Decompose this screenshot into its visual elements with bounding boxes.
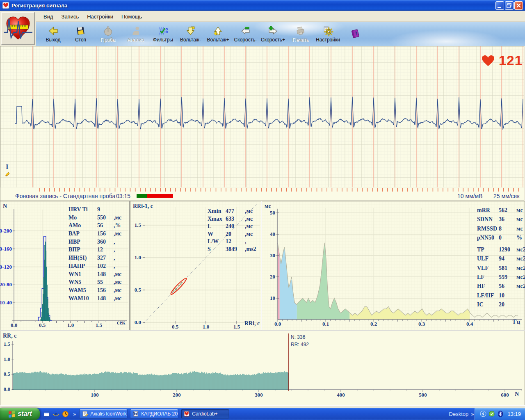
spectrum-stat-unit: мс2 <box>516 247 525 256</box>
spectrum-stat-value: 10 <box>499 292 516 301</box>
spectrum-stat-label: RMSSD <box>477 226 499 235</box>
bluetooth-icon[interactable] <box>497 411 504 417</box>
quick-launch-overflow-chevron[interactable]: » <box>72 411 77 417</box>
spectrum-stat-unit: мс2 <box>516 283 525 292</box>
cursor-rr-value: RR: 492 <box>291 342 309 347</box>
toolbar-button-settings[interactable]: Настройки <box>314 23 342 45</box>
hrv-stat-value: 55 <box>97 279 114 287</box>
svg-text:0.3: 0.3 <box>418 321 425 327</box>
system-tray: 13:19 <box>475 408 525 420</box>
toolbar-button-voltage-minus[interactable]: Вольтаж- <box>177 23 204 45</box>
toolbar-button-print[interactable]: Печать <box>287 23 314 45</box>
menu-item-Вид[interactable]: Вид <box>39 13 57 21</box>
spectrum-stat-row-LF/HF: LF/HF10 <box>477 292 525 301</box>
title-bar[interactable]: Регистрация сигнала <box>0 0 525 11</box>
cursor-beat-number: N: 336 <box>291 334 305 340</box>
toolbar-button-filters[interactable]: Фильтры <box>149 23 177 45</box>
app-window-icon[interactable] <box>43 411 50 418</box>
svg-text:e: e <box>55 411 57 417</box>
spectrum-stat-label: mRR <box>477 207 499 216</box>
svg-text:1.5: 1.5 <box>4 341 11 347</box>
menu-item-Запись[interactable]: Запись <box>57 13 83 21</box>
heart-app-icon <box>183 411 190 417</box>
hrv-stat-label: ИВР <box>68 239 97 247</box>
record-progress-bar <box>137 194 173 198</box>
toolbar-button-speed-plus[interactable]: Скорость+ <box>259 23 287 45</box>
lead-marker-icon[interactable] <box>5 171 11 177</box>
window-title: Регистрация сигнала <box>11 2 495 9</box>
rr-tachogram-panel: 1.51.00.50.0100200300400500600 RR, с N N… <box>0 331 525 405</box>
spectrum-stat-unit: % <box>516 235 522 244</box>
arrow-left-minus-icon <box>240 25 251 37</box>
hrv-stat-unit: ,мс <box>114 215 121 223</box>
menu-item-Настройки[interactable]: Настройки <box>83 13 117 21</box>
app-logo <box>1 12 35 45</box>
hrv-stat-row-WN5: WN555,мс <box>68 279 121 287</box>
hrv-stat-unit: ,мс <box>114 279 121 287</box>
hrv-stat-value: 550 <box>97 215 114 223</box>
histogram-x-unit: сек <box>117 320 126 326</box>
spectrum-stat-unit: мс <box>516 207 523 216</box>
toolbar-button-voltage-plus[interactable]: Вольтаж+ <box>204 23 232 45</box>
start-button[interactable]: start <box>0 408 40 420</box>
svg-text:0.0: 0.0 <box>4 386 10 392</box>
hrv-stat-unit: ,мс <box>114 295 121 304</box>
menu-item-Помощь[interactable]: Помощь <box>117 13 146 21</box>
desktop-toolbar-chevron[interactable]: » <box>470 411 475 417</box>
spectrum-stat-value: 94 <box>499 256 516 265</box>
restore-button[interactable] <box>505 1 514 10</box>
notepad-pencil-icon <box>82 411 88 417</box>
task-button-1[interactable]: Axialis IconWorkshop... <box>79 409 128 419</box>
task-button-3[interactable]: CardioLab+ <box>181 409 229 419</box>
ie-icon[interactable]: e <box>52 411 59 418</box>
toolbar-button-help[interactable]: ? <box>342 23 369 45</box>
scatter-stat-value: 477 <box>226 208 245 216</box>
scatter-stat-label: L/W <box>208 238 226 246</box>
toolbar-button-exit[interactable]: Выход <box>39 23 67 45</box>
spectrum-stat-value: 1290 <box>499 247 516 256</box>
hrv-stat-label: WN5 <box>68 279 97 287</box>
rr-xlabel: N <box>515 391 519 397</box>
svg-text:10: 10 <box>270 295 275 301</box>
help-book-icon: ? <box>350 28 361 39</box>
spectrum-stat-row-IC: IC20 <box>477 301 525 310</box>
toolbar-button-speed-minus[interactable]: Скорость- <box>232 23 259 45</box>
clock-app-icon[interactable] <box>62 411 69 418</box>
spectrum-stat-row-mRR: mRR562мс <box>477 207 525 216</box>
hrv-stat-label: ВПР <box>68 247 97 255</box>
svg-text:300: 300 <box>255 392 263 398</box>
hrv-stat-row-AMo: AMo56,% <box>68 222 121 231</box>
hrv-stat-unit: ,мс <box>114 287 121 295</box>
spectrum-stat-row-TP: TP1290мс2 <box>477 247 525 256</box>
tray-collapse-icon[interactable] <box>480 411 486 417</box>
svg-text:0.5: 0.5 <box>39 322 46 328</box>
rr-tachogram-chart[interactable]: 1.51.00.50.0100200300400500600 <box>0 331 525 405</box>
close-button[interactable] <box>514 1 523 10</box>
hrv-stat-unit: , <box>114 255 115 263</box>
toolbar-label-voltage-plus: Вольтаж+ <box>207 37 229 43</box>
toolbar-button-samples[interactable]: Пробы <box>94 23 122 45</box>
toolbar: ВыходСтопПробыАнализФильтрыВольтаж-Вольт… <box>36 22 525 46</box>
scatter-stats-table: Xmin477,мсXmax633,мсL240,мсW20,мсL/W12,S… <box>208 208 256 254</box>
green-check-tray-icon[interactable] <box>488 411 495 417</box>
hrv-stat-row-WN1: WN1148,мс <box>68 271 121 279</box>
hrv-stat-label: WAM5 <box>68 287 97 295</box>
task-button-2[interactable]: WКАРДИОЛАБ 2009.d... <box>130 409 178 419</box>
svg-text:0.0: 0.0 <box>274 321 281 327</box>
spectrum-stats-table: mRR562мсSDNN36мсRMSSD8мсpNN500%TP1290мс2… <box>477 207 525 310</box>
ecg-lead-label: I <box>6 163 9 171</box>
minimize-button[interactable] <box>495 1 504 10</box>
analysis-person-icon <box>130 25 141 37</box>
scatter-stat-row-Xmax: Xmax633,мс <box>208 216 256 224</box>
histogram-ylabel: N <box>3 203 7 210</box>
toolbar-button-stop[interactable]: Стоп <box>67 23 94 45</box>
spectrum-stat-value: 581 <box>499 265 516 274</box>
spectrum-stat-row-HF: HF56мс2 <box>477 283 525 292</box>
scatter-stat-row-W: W20,мс <box>208 231 256 239</box>
hrv-stat-row-WAM10: WAM10148,мс <box>68 295 121 304</box>
svg-text:W: W <box>133 411 139 417</box>
recording-status: Фоновая запись - Стандартная проба <box>15 193 115 199</box>
toolbar-label-voltage-minus: Вольтаж- <box>180 37 201 43</box>
spectrum-stat-row-VLF: VLF581мс2 <box>477 265 525 274</box>
toolbar-button-analysis[interactable]: Анализ <box>122 23 149 45</box>
